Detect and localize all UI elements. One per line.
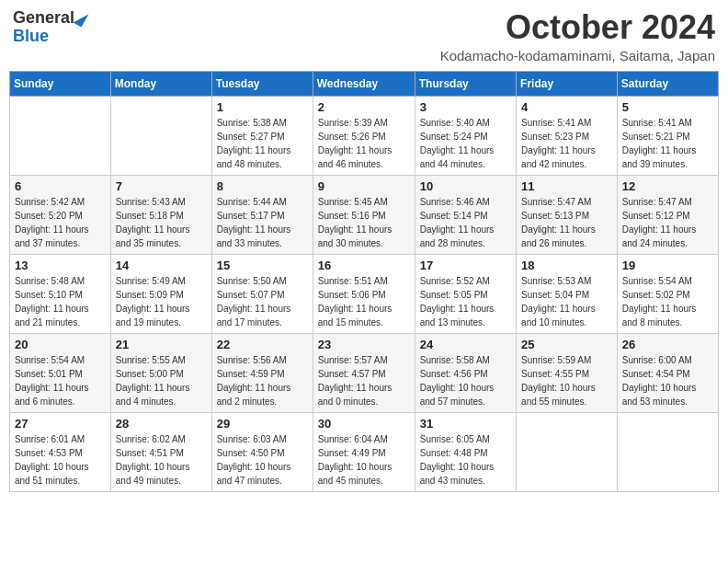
day-info: Sunrise: 5:38 AM Sunset: 5:27 PM Dayligh… [217,116,308,171]
day-info: Sunrise: 5:57 AM Sunset: 4:57 PM Dayligh… [318,353,410,408]
day-number: 29 [217,417,308,431]
calendar-cell: 9Sunrise: 5:45 AM Sunset: 5:16 PM Daylig… [313,175,415,254]
calendar-week-2: 6Sunrise: 5:42 AM Sunset: 5:20 PM Daylig… [10,175,719,254]
day-number: 21 [116,338,207,351]
calendar-cell: 27Sunrise: 6:01 AM Sunset: 4:53 PM Dayli… [10,412,111,491]
calendar-cell: 11Sunrise: 5:47 AM Sunset: 5:13 PM Dayli… [517,175,618,254]
calendar-cell: 10Sunrise: 5:46 AM Sunset: 5:14 PM Dayli… [415,175,516,254]
calendar-cell [10,96,111,175]
calendar-cell: 5Sunrise: 5:41 AM Sunset: 5:21 PM Daylig… [617,96,718,175]
calendar-cell [110,96,211,175]
calendar-week-4: 20Sunrise: 5:54 AM Sunset: 5:01 PM Dayli… [10,333,719,412]
calendar-cell: 19Sunrise: 5:54 AM Sunset: 5:02 PM Dayli… [617,254,718,333]
calendar-cell: 24Sunrise: 5:58 AM Sunset: 4:56 PM Dayli… [415,333,516,412]
calendar-header-row: SundayMondayTuesdayWednesdayThursdayFrid… [10,71,719,96]
day-info: Sunrise: 5:41 AM Sunset: 5:21 PM Dayligh… [622,116,713,171]
day-info: Sunrise: 6:02 AM Sunset: 4:51 PM Dayligh… [116,432,207,488]
calendar-week-5: 27Sunrise: 6:01 AM Sunset: 4:53 PM Dayli… [10,412,719,491]
calendar-cell: 21Sunrise: 5:55 AM Sunset: 5:00 PM Dayli… [110,333,211,412]
day-info: Sunrise: 5:49 AM Sunset: 5:09 PM Dayligh… [116,274,207,329]
calendar-cell: 31Sunrise: 6:05 AM Sunset: 4:48 PM Dayli… [415,412,516,491]
day-info: Sunrise: 5:54 AM Sunset: 5:01 PM Dayligh… [15,353,106,408]
day-number: 6 [15,179,106,193]
calendar-cell: 1Sunrise: 5:38 AM Sunset: 5:27 PM Daylig… [211,96,313,175]
calendar-week-3: 13Sunrise: 5:48 AM Sunset: 5:10 PM Dayli… [10,254,719,333]
title-block: October 2024 Kodamacho-kodamaminami, Sai… [440,9,715,63]
calendar-cell: 23Sunrise: 5:57 AM Sunset: 4:57 PM Dayli… [313,333,415,412]
calendar-cell: 28Sunrise: 6:02 AM Sunset: 4:51 PM Dayli… [110,412,211,491]
calendar-cell [517,412,618,491]
day-info: Sunrise: 6:00 AM Sunset: 4:54 PM Dayligh… [622,353,713,408]
calendar-cell: 12Sunrise: 5:47 AM Sunset: 5:12 PM Dayli… [617,175,718,254]
calendar-week-1: 1Sunrise: 5:38 AM Sunset: 5:27 PM Daylig… [10,96,719,175]
day-info: Sunrise: 5:41 AM Sunset: 5:23 PM Dayligh… [521,116,612,171]
day-number: 28 [116,417,207,431]
header-monday: Monday [110,71,211,96]
logo: General Blue [13,9,85,46]
day-info: Sunrise: 5:42 AM Sunset: 5:20 PM Dayligh… [15,195,106,250]
calendar-cell: 16Sunrise: 5:51 AM Sunset: 5:06 PM Dayli… [313,254,415,333]
day-number: 26 [622,338,713,351]
calendar-cell: 22Sunrise: 5:56 AM Sunset: 4:59 PM Dayli… [211,333,313,412]
calendar-cell: 26Sunrise: 6:00 AM Sunset: 4:54 PM Dayli… [617,333,718,412]
day-number: 25 [521,338,612,351]
day-info: Sunrise: 5:58 AM Sunset: 4:56 PM Dayligh… [420,353,511,408]
calendar-cell: 7Sunrise: 5:43 AM Sunset: 5:18 PM Daylig… [110,175,211,254]
header-tuesday: Tuesday [211,71,313,96]
day-info: Sunrise: 5:43 AM Sunset: 5:18 PM Dayligh… [116,195,207,250]
calendar-cell: 30Sunrise: 6:04 AM Sunset: 4:49 PM Dayli… [313,412,415,491]
day-number: 7 [116,179,207,193]
day-info: Sunrise: 5:56 AM Sunset: 4:59 PM Dayligh… [217,353,308,408]
day-number: 20 [15,338,106,351]
header-thursday: Thursday [415,71,516,96]
day-info: Sunrise: 5:51 AM Sunset: 5:06 PM Dayligh… [318,274,410,329]
day-number: 12 [622,179,713,193]
day-number: 24 [420,338,511,351]
day-info: Sunrise: 6:05 AM Sunset: 4:48 PM Dayligh… [420,432,511,488]
day-number: 23 [318,338,410,351]
day-info: Sunrise: 5:40 AM Sunset: 5:24 PM Dayligh… [420,116,511,171]
day-info: Sunrise: 6:04 AM Sunset: 4:49 PM Dayligh… [318,432,410,488]
day-info: Sunrise: 5:55 AM Sunset: 5:00 PM Dayligh… [116,353,207,408]
logo-blue: Blue [13,28,49,46]
day-info: Sunrise: 5:46 AM Sunset: 5:14 PM Dayligh… [420,195,511,250]
day-info: Sunrise: 5:52 AM Sunset: 5:05 PM Dayligh… [420,274,511,329]
day-info: Sunrise: 5:47 AM Sunset: 5:13 PM Dayligh… [521,195,612,250]
day-number: 19 [622,259,713,272]
day-info: Sunrise: 5:44 AM Sunset: 5:17 PM Dayligh… [217,195,308,250]
day-number: 31 [420,417,511,431]
day-number: 17 [420,259,511,272]
calendar-cell: 4Sunrise: 5:41 AM Sunset: 5:23 PM Daylig… [517,96,618,175]
logo-general: General [13,9,74,28]
calendar-cell: 2Sunrise: 5:39 AM Sunset: 5:26 PM Daylig… [313,96,415,175]
day-info: Sunrise: 5:47 AM Sunset: 5:12 PM Dayligh… [622,195,713,250]
page-header: General Blue October 2024 Kodamacho-koda… [9,9,719,63]
day-number: 18 [521,259,612,272]
day-info: Sunrise: 5:50 AM Sunset: 5:07 PM Dayligh… [217,274,308,329]
day-number: 9 [318,179,410,193]
calendar-cell: 29Sunrise: 6:03 AM Sunset: 4:50 PM Dayli… [211,412,313,491]
day-number: 13 [15,259,106,272]
calendar-cell [617,412,718,491]
day-number: 14 [116,259,207,272]
day-number: 1 [217,100,308,114]
day-number: 27 [15,417,106,431]
day-number: 15 [217,259,308,272]
calendar-cell: 8Sunrise: 5:44 AM Sunset: 5:17 PM Daylig… [211,175,313,254]
day-info: Sunrise: 5:54 AM Sunset: 5:02 PM Dayligh… [622,274,713,329]
day-number: 10 [420,179,511,193]
calendar-cell: 14Sunrise: 5:49 AM Sunset: 5:09 PM Dayli… [110,254,211,333]
day-number: 2 [318,100,410,114]
day-number: 5 [622,100,713,114]
calendar-cell: 18Sunrise: 5:53 AM Sunset: 5:04 PM Dayli… [517,254,618,333]
day-info: Sunrise: 5:45 AM Sunset: 5:16 PM Dayligh… [318,195,410,250]
calendar-title: October 2024 [440,9,715,46]
day-info: Sunrise: 5:39 AM Sunset: 5:26 PM Dayligh… [318,116,410,171]
day-info: Sunrise: 5:59 AM Sunset: 4:55 PM Dayligh… [521,353,612,408]
day-number: 3 [420,100,511,114]
calendar-cell: 20Sunrise: 5:54 AM Sunset: 5:01 PM Dayli… [10,333,111,412]
day-number: 8 [217,179,308,193]
calendar-cell: 15Sunrise: 5:50 AM Sunset: 5:07 PM Dayli… [211,254,313,333]
day-number: 30 [318,417,410,431]
header-sunday: Sunday [10,71,111,96]
